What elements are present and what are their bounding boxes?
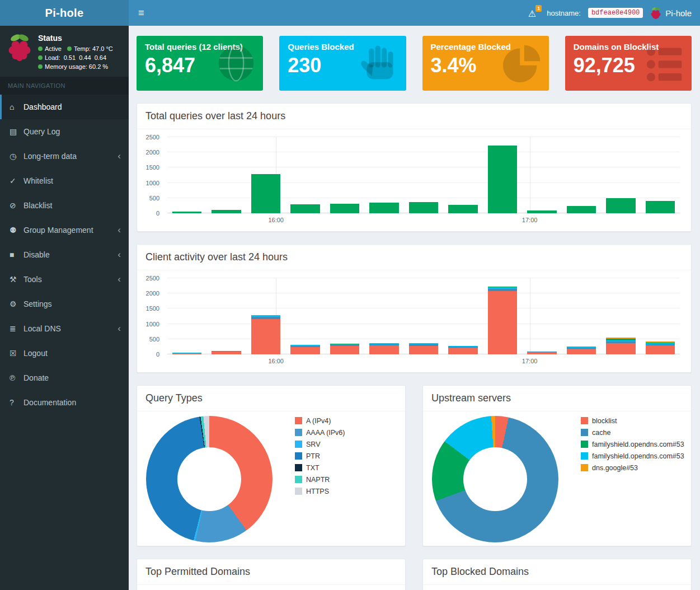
- panel-title: Query Types: [137, 386, 405, 411]
- sidebar-item-query-log[interactable]: ▤ Query Log: [0, 119, 129, 144]
- sidebar-item-tools[interactable]: ⚒ Tools ‹: [0, 267, 129, 292]
- chart-bar[interactable]: [290, 204, 320, 213]
- legend-item[interactable]: familyshield.opendns.com#53: [581, 441, 690, 449]
- sidebar-item-label: Query Log: [24, 127, 60, 136]
- sidebar-item-dashboard[interactable]: ⌂ Dashboard: [0, 95, 129, 119]
- chart-bar[interactable]: [409, 202, 438, 213]
- legend-item[interactable]: PTR: [295, 452, 405, 461]
- chart-bar[interactable]: [369, 203, 398, 213]
- client-activity-panel: Client activity over last 24 hours 05001…: [137, 244, 692, 373]
- app-logo[interactable]: Pi-hole: [0, 0, 129, 26]
- legend-item[interactable]: AAAA (IPv6): [295, 429, 405, 437]
- donut-ring[interactable]: [146, 416, 273, 542]
- bar-segment: [527, 352, 556, 354]
- legend-item[interactable]: blocklist: [581, 417, 690, 425]
- chart-bar[interactable]: [606, 278, 635, 354]
- legend-item[interactable]: NAPTR: [295, 476, 405, 484]
- chart-bar[interactable]: [330, 278, 359, 354]
- sidebar-item-disable[interactable]: ■ Disable ‹: [0, 242, 129, 267]
- list-icon: ≣: [10, 324, 24, 333]
- chart-bar[interactable]: [172, 278, 201, 354]
- chart-bar[interactable]: [212, 278, 241, 354]
- legend-item[interactable]: cache: [581, 429, 690, 437]
- bar-segment: [646, 345, 675, 354]
- chart-bar[interactable]: [567, 206, 596, 213]
- legend-swatch: [295, 441, 302, 448]
- chart-bar[interactable]: [369, 278, 398, 354]
- menu-toggle-icon[interactable]: ≡: [129, 0, 154, 26]
- stat-card-total-queries: Total queries (12 clients) 6,847: [137, 36, 263, 91]
- sidebar-item-blacklist[interactable]: ⊘ Blacklist: [0, 193, 129, 218]
- hostname-label: hostname:: [547, 9, 581, 17]
- bar-segment: [488, 291, 517, 354]
- status-dot: [38, 46, 43, 51]
- chart-bar[interactable]: [606, 198, 635, 213]
- top-permitted-panel: Top Permitted Domains: [137, 559, 406, 590]
- chart-bar[interactable]: [527, 278, 556, 354]
- status-load: Load: 0.51 0.44 0.64: [38, 54, 106, 61]
- sidebar-item-logout[interactable]: ☒ Logout: [0, 341, 129, 366]
- sidebar-item-long-term-data[interactable]: ◷ Long-term data ‹: [0, 144, 129, 168]
- sidebar-item-donate[interactable]: ℗ Donate: [0, 366, 129, 390]
- top-blocked-panel: Top Blocked Domains: [422, 559, 692, 590]
- chart-bar[interactable]: [212, 210, 241, 213]
- sidebar-item-label: Disable: [24, 250, 50, 259]
- legend-label: HTTPS: [306, 488, 329, 495]
- sidebar-item-label: Logout: [24, 349, 48, 358]
- bar-segment: [251, 319, 280, 354]
- chart-bar[interactable]: [330, 204, 359, 213]
- donut-ring[interactable]: [432, 416, 558, 542]
- legend-swatch: [581, 429, 588, 436]
- legend-label: familyshield.opendns.com#53: [592, 452, 684, 460]
- bar-segment: [448, 348, 477, 354]
- chart-bar[interactable]: [448, 278, 477, 354]
- total-queries-panel: Total queries over last 24 hours 0500100…: [137, 103, 692, 232]
- sidebar-item-label: Long-term data: [24, 152, 77, 161]
- chart-bar[interactable]: [567, 278, 596, 354]
- donut-hole: [463, 447, 527, 511]
- chart-bar[interactable]: [646, 278, 675, 354]
- chart-bar[interactable]: [488, 278, 517, 354]
- legend-item[interactable]: HTTPS: [295, 488, 405, 496]
- status-dot: [38, 55, 43, 60]
- sidebar-item-group-management[interactable]: ⚉ Group Management ‹: [0, 218, 129, 242]
- chart-bar[interactable]: [409, 278, 438, 354]
- chart-bar[interactable]: [527, 210, 556, 213]
- legend-label: dns.google#53: [592, 464, 638, 472]
- upstream-servers-legend: blocklistcachefamilyshield.opendns.com#5…: [581, 417, 690, 476]
- warning-icon[interactable]: ⚠ 1: [527, 7, 539, 19]
- legend-label: PTR: [306, 452, 320, 460]
- legend-item[interactable]: TXT: [295, 464, 405, 472]
- legend-item[interactable]: familyshield.opendns.com#53: [581, 452, 690, 461]
- brand-text: Pi-hole: [665, 8, 692, 18]
- chart-bar[interactable]: [251, 278, 280, 354]
- legend-swatch: [581, 464, 588, 471]
- chart-bar[interactable]: [488, 146, 517, 213]
- legend-item[interactable]: A (IPv4): [295, 417, 405, 425]
- status-panel: Status Active Temp: 47.0 °C Load: 0.51 0…: [0, 26, 129, 77]
- legend-swatch: [295, 488, 302, 495]
- chart-bar[interactable]: [290, 278, 320, 354]
- chart-bar[interactable]: [251, 174, 280, 213]
- pihole-brand-link[interactable]: Pi-hole: [650, 7, 692, 19]
- upstream-servers-panel: Upstream servers blocklistcachefamilyshi…: [422, 385, 692, 546]
- sidebar-item-local-dns[interactable]: ≣ Local DNS ‹: [0, 316, 129, 341]
- chart-bar[interactable]: [172, 212, 201, 213]
- chart-bar[interactable]: [646, 201, 675, 213]
- top-navbar: ≡ ⚠ 1 hostname: bdfeae8e4900 Pi-hole: [129, 0, 700, 26]
- app-logo-text: Pi-hole: [45, 7, 84, 20]
- sidebar-item-whitelist[interactable]: ✓ Whitelist: [0, 168, 129, 193]
- sidebar: Status Active Temp: 47.0 °C Load: 0.51 0…: [0, 26, 129, 590]
- legend-label: NAPTR: [306, 476, 330, 484]
- total-queries-chart: 0500100015002000250016:0017:00: [143, 137, 682, 226]
- panel-title: Upstream servers: [423, 386, 691, 411]
- legend-item[interactable]: dns.google#53: [581, 464, 690, 472]
- legend-label: TXT: [306, 464, 320, 472]
- legend-item[interactable]: SRV: [295, 441, 405, 449]
- sidebar-item-documentation[interactable]: ? Documentation: [0, 390, 129, 415]
- stat-card-percentage-blocked: Percentage Blocked 3.4%: [422, 36, 549, 91]
- pie-chart-icon: [502, 43, 542, 83]
- chart-bar[interactable]: [448, 205, 477, 213]
- sidebar-item-settings[interactable]: ⚙ Settings: [0, 292, 129, 316]
- hand-icon: [359, 43, 400, 83]
